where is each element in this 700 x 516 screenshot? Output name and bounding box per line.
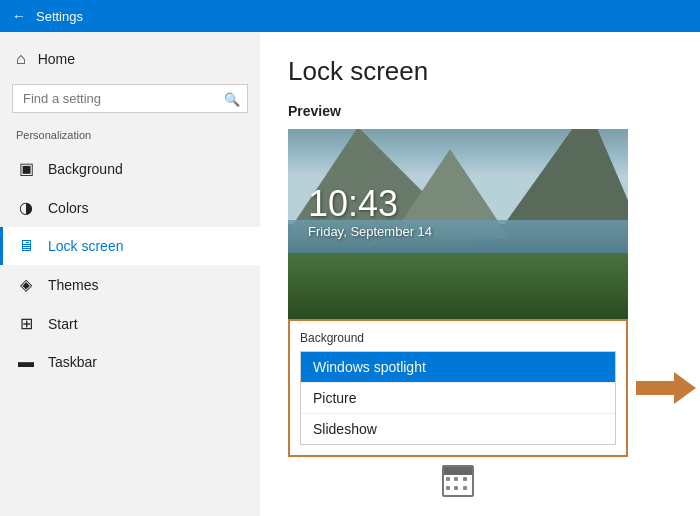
sidebar-item-colors[interactable]: ◑ Colors	[0, 188, 260, 227]
search-icon: 🔍	[224, 91, 240, 106]
sidebar-home-label: Home	[38, 51, 75, 67]
background-icon: ▣	[16, 159, 36, 178]
sidebar-item-taskbar-label: Taskbar	[48, 354, 97, 370]
preview-clock: 10:43 Friday, September 14	[308, 186, 432, 239]
cal-dot-5	[454, 486, 458, 490]
cal-dot-1	[446, 477, 450, 481]
sidebar-item-background[interactable]: ▣ Background	[0, 149, 260, 188]
dropdown-list: Windows spotlight Picture Slideshow	[300, 351, 616, 445]
clock-date: Friday, September 14	[308, 224, 432, 239]
back-button[interactable]: ←	[12, 8, 26, 24]
main-layout: ⌂ Home 🔍 Personalization ▣ Background ◑ …	[0, 32, 700, 516]
colors-icon: ◑	[16, 198, 36, 217]
calendar-body	[444, 475, 472, 495]
sidebar-item-start[interactable]: ⊞ Start	[0, 304, 260, 343]
calendar-top	[444, 467, 472, 475]
search-input[interactable]	[12, 84, 248, 113]
sidebar-item-themes[interactable]: ◈ Themes	[0, 265, 260, 304]
cal-dot-4	[446, 486, 450, 490]
sidebar-item-start-label: Start	[48, 316, 78, 332]
dropdown-label: Background	[300, 331, 616, 345]
calendar-icon-area	[288, 457, 628, 505]
sidebar-item-lock-screen[interactable]: 🖥 Lock screen	[0, 227, 260, 265]
cal-dot-6	[463, 486, 467, 490]
sidebar-item-taskbar[interactable]: ▬ Taskbar	[0, 343, 260, 381]
taskbar-icon: ▬	[16, 353, 36, 371]
preview-label: Preview	[288, 103, 672, 119]
dropdown-section: Background Windows spotlight Picture Sli…	[288, 319, 628, 457]
sidebar-item-lock-screen-label: Lock screen	[48, 238, 123, 254]
home-icon: ⌂	[16, 50, 26, 68]
themes-icon: ◈	[16, 275, 36, 294]
page-title: Lock screen	[288, 56, 672, 87]
dropdown-option-slideshow[interactable]: Slideshow	[301, 414, 615, 444]
content-area: Lock screen Preview 10:43 Friday, Septem…	[260, 32, 700, 516]
start-icon: ⊞	[16, 314, 36, 333]
sidebar-search-container: 🔍	[12, 84, 248, 113]
sidebar-section-label: Personalization	[0, 125, 260, 149]
cal-dot-2	[454, 477, 458, 481]
arrow-annotation	[636, 373, 696, 403]
title-bar-title: Settings	[36, 9, 83, 24]
preview-image: 10:43 Friday, September 14	[288, 129, 628, 319]
sidebar-item-colors-label: Colors	[48, 200, 88, 216]
ground-layer	[288, 253, 628, 320]
lock-screen-icon: 🖥	[16, 237, 36, 255]
clock-time: 10:43	[308, 186, 432, 222]
title-bar: ← Settings	[0, 0, 700, 32]
sidebar-item-themes-label: Themes	[48, 277, 99, 293]
sidebar: ⌂ Home 🔍 Personalization ▣ Background ◑ …	[0, 32, 260, 516]
sidebar-item-background-label: Background	[48, 161, 123, 177]
right-arrow-icon	[636, 373, 696, 403]
sidebar-item-home[interactable]: ⌂ Home	[0, 40, 260, 78]
dropdown-option-picture[interactable]: Picture	[301, 383, 615, 414]
cal-dot-3	[463, 477, 467, 481]
calendar-icon[interactable]	[442, 465, 474, 497]
dropdown-option-windows-spotlight[interactable]: Windows spotlight	[301, 352, 615, 383]
